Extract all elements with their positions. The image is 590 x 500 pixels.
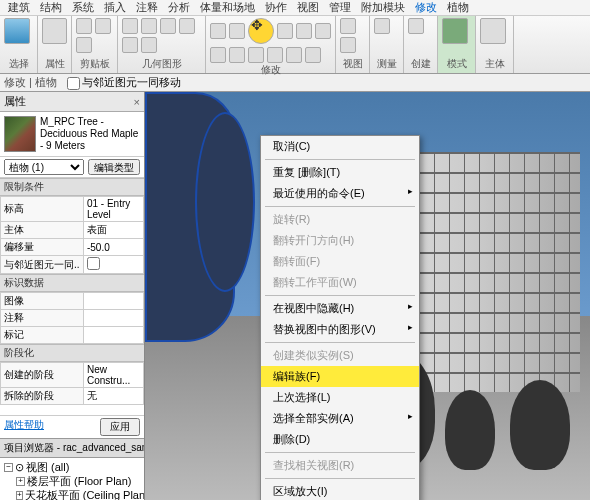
properties-help-link[interactable]: 属性帮助	[4, 418, 44, 436]
ribbon-label-select: 选择	[4, 57, 33, 72]
project-browser-title: 项目浏览器 - rac_advanced_sample_...	[0, 438, 144, 458]
menu-协作[interactable]: 协作	[265, 0, 287, 15]
type-thumbnail	[4, 116, 36, 152]
ribbon-label-host: 主体	[480, 57, 509, 72]
menu-注释[interactable]: 注释	[136, 0, 158, 15]
menu-插入[interactable]: 插入	[104, 0, 126, 15]
section-phase: 阶段化	[0, 344, 144, 362]
copy2-icon[interactable]	[277, 23, 293, 39]
ribbon-label-create: 创建	[408, 57, 433, 72]
geom-icon[interactable]	[122, 37, 138, 53]
context-item[interactable]: 编辑族(F)	[261, 366, 419, 387]
context-item: 翻转面(F)	[261, 251, 419, 272]
menu-系统[interactable]: 系统	[72, 0, 94, 15]
menu-管理[interactable]: 管理	[329, 0, 351, 15]
menubar[interactable]: 建筑结构系统插入注释分析体量和场地协作视图管理附加模块修改植物	[0, 0, 590, 16]
delete-icon[interactable]	[305, 47, 321, 63]
properties-icon[interactable]	[42, 18, 67, 44]
expand-icon[interactable]: −	[4, 463, 13, 472]
ribbon-label-geom: 几何图形	[122, 57, 201, 72]
geom-icon[interactable]	[179, 18, 195, 34]
geom-icon[interactable]	[122, 18, 138, 34]
create-icon[interactable]	[408, 18, 424, 34]
trim-icon[interactable]	[210, 47, 226, 63]
ribbon: 选择 属性 剪贴板 几何图形 修改 视图 测量 创建 模式 主体	[0, 16, 590, 74]
id-table[interactable]: 图像 注释 标记	[0, 292, 144, 344]
geom-icon[interactable]	[160, 18, 176, 34]
optbar-label: 修改 | 植物	[4, 75, 57, 90]
rotate-icon[interactable]	[296, 23, 312, 39]
measure-icon[interactable]	[374, 18, 390, 34]
context-item[interactable]: 替换视图中的图形(V)	[261, 319, 419, 340]
type-selector[interactable]: M_RPC Tree - Deciduous Red Maple - 9 Met…	[0, 112, 144, 157]
array-icon[interactable]	[248, 47, 264, 63]
modify-tool-icon[interactable]	[4, 18, 30, 44]
edit-type-button[interactable]: 编辑类型	[88, 159, 140, 175]
geom-icon[interactable]	[141, 37, 157, 53]
scale-icon[interactable]	[267, 47, 283, 63]
context-item: 翻转开门方向(H)	[261, 230, 419, 251]
tree-item[interactable]: +天花板平面 (Ceiling Plan)	[2, 488, 142, 500]
menu-建筑[interactable]: 建筑	[8, 0, 30, 15]
mirror-icon[interactable]	[315, 23, 331, 39]
context-item: 查找相关视图(R)	[261, 455, 419, 476]
category-filter[interactable]: 植物 (1)	[4, 159, 84, 175]
ribbon-label-view: 视图	[340, 57, 365, 72]
ribbon-label-props: 属性	[42, 57, 67, 72]
menu-附加模块[interactable]: 附加模块	[361, 0, 405, 15]
context-item[interactable]: 选择全部实例(A)	[261, 408, 419, 429]
context-item[interactable]: 最近使用的命令(E)	[261, 183, 419, 204]
view-icon[interactable]	[340, 18, 356, 34]
ribbon-label-modify: 修改	[210, 63, 331, 78]
split-icon[interactable]	[229, 47, 245, 63]
apply-button[interactable]: 应用	[100, 418, 140, 436]
type-name: M_RPC Tree - Deciduous Red Maple - 9 Met…	[40, 116, 140, 152]
ribbon-label-clip: 剪贴板	[76, 57, 113, 72]
section-constraints: 限制条件	[0, 178, 144, 196]
expand-icon[interactable]: +	[16, 491, 23, 500]
context-item: 翻转工作平面(W)	[261, 272, 419, 293]
context-item[interactable]: 删除(D)	[261, 429, 419, 450]
menu-体量和场地[interactable]: 体量和场地	[200, 0, 255, 15]
phase-table[interactable]: 创建的阶段New Constru... 拆除的阶段无	[0, 362, 144, 405]
pin-icon[interactable]	[286, 47, 302, 63]
context-item: 旋转(R)	[261, 209, 419, 230]
view-icon[interactable]	[340, 37, 356, 53]
sidebar: 属性 × M_RPC Tree - Deciduous Red Maple - …	[0, 92, 145, 500]
properties-panel-title: 属性 ×	[0, 92, 144, 112]
context-item[interactable]: 取消(C)	[261, 136, 419, 157]
move-icon[interactable]	[248, 18, 274, 44]
menu-视图[interactable]: 视图	[297, 0, 319, 15]
geom-icon[interactable]	[141, 18, 157, 34]
paste-icon[interactable]	[76, 18, 92, 34]
copy-icon[interactable]	[76, 37, 92, 53]
menu-植物[interactable]: 植物	[447, 0, 469, 15]
constraints-table[interactable]: 标高01 - Entry Level 主体表面 偏移量-50.0 与邻近图元一同…	[0, 196, 144, 274]
context-item[interactable]: 重复 [删除](T)	[261, 162, 419, 183]
tree-item[interactable]: +楼层平面 (Floor Plan)	[2, 474, 142, 488]
cut-icon[interactable]	[95, 18, 111, 34]
optbar-checkbox[interactable]: 与邻近图元一同移动	[67, 75, 181, 90]
menu-修改[interactable]: 修改	[415, 0, 437, 15]
context-item[interactable]: 区域放大(I)	[261, 481, 419, 500]
align-icon[interactable]	[210, 23, 226, 39]
context-menu[interactable]: 取消(C)重复 [删除](T)最近使用的命令(E)旋转(R)翻转开门方向(H)翻…	[260, 135, 420, 500]
ribbon-label-mode: 模式	[442, 57, 471, 72]
context-item[interactable]: 上次选择(L)	[261, 387, 419, 408]
context-item: 创建类似实例(S)	[261, 345, 419, 366]
menu-分析[interactable]: 分析	[168, 0, 190, 15]
context-item[interactable]: 在视图中隐藏(H)	[261, 298, 419, 319]
expand-icon[interactable]: +	[16, 477, 25, 486]
moves-checkbox[interactable]	[87, 257, 100, 270]
project-browser-tree[interactable]: −⊙视图 (all) +楼层平面 (Floor Plan)+天花板平面 (Cei…	[0, 458, 144, 500]
section-id: 标识数据	[0, 274, 144, 292]
ribbon-label-measure: 测量	[374, 57, 399, 72]
menu-结构[interactable]: 结构	[40, 0, 62, 15]
edit-family-icon[interactable]	[442, 18, 468, 44]
pick-host-icon[interactable]	[480, 18, 506, 44]
close-icon[interactable]: ×	[134, 96, 140, 108]
offset-icon[interactable]	[229, 23, 245, 39]
